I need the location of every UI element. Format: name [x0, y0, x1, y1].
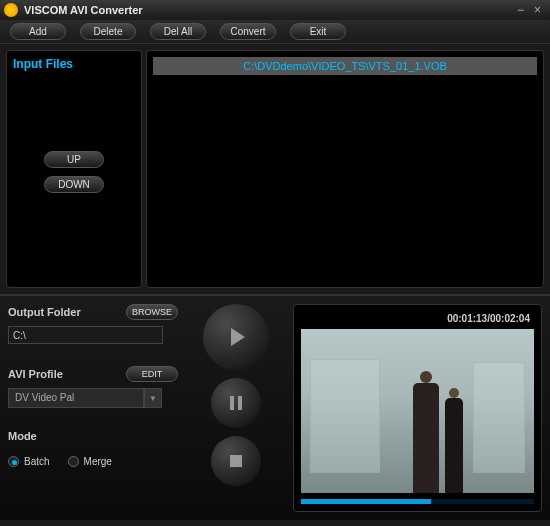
playback-controls [188, 304, 283, 512]
input-files-label: Input Files [13, 57, 135, 71]
progress-fill [301, 499, 431, 504]
app-title: VISCOM AVI Converter [24, 4, 512, 16]
settings-panel: Output Folder BROWSE AVI Profile EDIT DV… [8, 304, 178, 512]
output-folder-input[interactable] [8, 326, 163, 344]
exit-button[interactable]: Exit [290, 23, 346, 40]
merge-radio[interactable]: Merge [68, 456, 112, 467]
scene-element [310, 359, 380, 474]
mode-label: Mode [8, 430, 178, 442]
minimize-button[interactable]: − [512, 3, 529, 17]
pause-button[interactable] [211, 378, 261, 428]
pause-icon [230, 396, 242, 410]
progress-bar[interactable] [301, 499, 534, 504]
stop-button[interactable] [211, 436, 261, 486]
scene-element [445, 398, 463, 493]
output-folder-label: Output Folder [8, 306, 81, 318]
batch-label: Batch [24, 456, 50, 467]
file-list[interactable]: C:\DVDdemo\VIDEO_TS\VTS_01_1.VOB [146, 50, 544, 288]
toolbar: Add Delete Del All Convert Exit [0, 20, 550, 44]
radio-dot-icon [8, 456, 19, 467]
play-icon [231, 328, 245, 346]
convert-button[interactable]: Convert [220, 23, 276, 40]
lower-panel: Output Folder BROWSE AVI Profile EDIT DV… [0, 294, 550, 520]
delall-button[interactable]: Del All [150, 23, 206, 40]
time-display: 00:01:13/00:02:04 [299, 310, 536, 327]
down-button[interactable]: DOWN [44, 176, 104, 193]
upper-panel: Input Files UP DOWN C:\DVDdemo\VIDEO_TS\… [0, 44, 550, 294]
file-path: C:\DVDdemo\VIDEO_TS\VTS_01_1.VOB [243, 60, 447, 72]
browse-button[interactable]: BROWSE [126, 304, 178, 320]
add-button[interactable]: Add [10, 23, 66, 40]
profile-dropdown[interactable]: DV Video Pal ▼ [8, 388, 178, 408]
app-icon [4, 3, 18, 17]
video-preview[interactable] [301, 329, 534, 493]
play-button[interactable] [203, 304, 269, 370]
stop-icon [230, 455, 242, 467]
up-button[interactable]: UP [44, 151, 104, 168]
avi-profile-label: AVI Profile [8, 368, 63, 380]
titlebar: VISCOM AVI Converter − × [0, 0, 550, 20]
scene-element [473, 362, 524, 474]
batch-radio[interactable]: Batch [8, 456, 50, 467]
edit-button[interactable]: EDIT [126, 366, 178, 382]
delete-button[interactable]: Delete [80, 23, 136, 40]
left-panel: Input Files UP DOWN [6, 50, 142, 288]
preview-panel: 00:01:13/00:02:04 [293, 304, 542, 512]
profile-value: DV Video Pal [8, 388, 144, 408]
scene-element [413, 383, 439, 493]
merge-label: Merge [84, 456, 112, 467]
file-row[interactable]: C:\DVDdemo\VIDEO_TS\VTS_01_1.VOB [153, 57, 537, 75]
close-button[interactable]: × [529, 3, 546, 17]
radio-dot-icon [68, 456, 79, 467]
chevron-down-icon[interactable]: ▼ [144, 388, 162, 408]
